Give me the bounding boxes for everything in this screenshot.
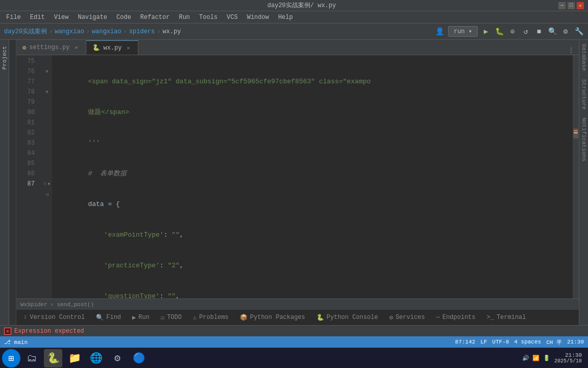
- code-line-75: <span data_sign="jz1" data_subsign="5cf5…: [52, 77, 573, 87]
- run-icon: ▶: [132, 314, 136, 321]
- start-button[interactable]: ⊞: [2, 349, 20, 367]
- window-title: day20实战案例/ wx.py: [45, 1, 558, 10]
- run-button[interactable]: run ▾: [448, 26, 478, 37]
- tab-python-console[interactable]: 🐍 Python Console: [311, 311, 383, 324]
- reload-icon[interactable]: ↺: [521, 27, 531, 37]
- menu-refactor[interactable]: Refactor: [136, 13, 174, 22]
- close-button[interactable]: ✕: [577, 2, 584, 9]
- taskbar-file-explorer[interactable]: 🗂: [22, 349, 41, 367]
- breadcrumb-wangxiao1[interactable]: wangxiao: [55, 28, 84, 35]
- menu-code[interactable]: Code: [112, 13, 135, 22]
- menu-edit[interactable]: Edit: [26, 13, 49, 22]
- error-icon: ✕: [4, 328, 11, 335]
- menu-run[interactable]: Run: [175, 13, 194, 22]
- gutter-84: [42, 148, 52, 158]
- code-line-77: # 表单数据: [52, 169, 573, 179]
- tab-settings-icon: ⚙: [22, 44, 26, 52]
- linenum-87: 87: [16, 179, 38, 189]
- title-bar: day20实战案例/ wx.py — □ ✕: [0, 0, 588, 11]
- tab-find[interactable]: 🔍 Find: [91, 311, 126, 324]
- search-icon[interactable]: 🔍: [547, 27, 557, 37]
- main-area: Project ⚙ settings.py ✕ 🐍 wx.py ✕ ⓪ 1 △ …: [0, 40, 588, 325]
- gutter-76[interactable]: ▼: [42, 66, 52, 77]
- tab-services[interactable]: ⚙ Services: [384, 311, 430, 324]
- run-play-icon[interactable]: ▶: [481, 27, 491, 37]
- settings-icon[interactable]: ⚙: [560, 27, 571, 37]
- code-content[interactable]: <span data_sign="jz1" data_subsign="5cf5…: [52, 55, 573, 298]
- line-numbers: 75 76 77 78 79 80 81 82 83 84 85 86 87: [16, 55, 42, 298]
- code-editor[interactable]: 75 76 77 78 79 80 81 82 83 84 85 86 87 ▼: [16, 55, 579, 298]
- tab-python-packages[interactable]: 📦 Python Packages: [235, 311, 310, 324]
- code-line-78: data = {: [52, 199, 573, 210]
- tab-more[interactable]: ⋮: [564, 46, 579, 55]
- database-tab[interactable]: Database: [580, 40, 588, 75]
- stop-icon[interactable]: ■: [534, 27, 544, 37]
- scrollbar[interactable]: [573, 55, 579, 298]
- tab-problems[interactable]: ⚠ Problems: [188, 311, 234, 324]
- tab-terminal[interactable]: >_ Terminal: [482, 311, 531, 324]
- breadcrumb-spiders[interactable]: spiders: [129, 28, 155, 35]
- menu-help[interactable]: Help: [274, 13, 297, 22]
- taskbar-chrome[interactable]: 🌐: [87, 349, 105, 367]
- error-message: Expression expected: [14, 328, 84, 335]
- tray-icons: 🔊 📶 🔋: [522, 355, 550, 361]
- tab-python-packages-label: Python Packages: [250, 314, 305, 321]
- terminal-icon: >_: [487, 314, 494, 321]
- minimize-button[interactable]: —: [558, 2, 566, 9]
- breadcrumb-wangxiao2[interactable]: wangxiao: [92, 28, 121, 35]
- vcs-icon[interactable]: 👤: [435, 27, 445, 37]
- tab-settings-close[interactable]: ✕: [72, 44, 80, 51]
- git-branch[interactable]: ⎇ main: [4, 339, 28, 346]
- editor-area: ⚙ settings.py ✕ 🐍 wx.py ✕ ⓪ 1 △ 1 ✓ 26 ↑…: [16, 40, 579, 325]
- maximize-button[interactable]: □: [568, 2, 575, 9]
- indent[interactable]: 4 spaces: [514, 339, 541, 345]
- breadcrumb: day20实战案例 › wangxiao › wangxiao › spider…: [4, 27, 432, 36]
- linenum-85: 85: [16, 158, 38, 169]
- tab-endpoints[interactable]: ↔ Endpoints: [431, 311, 480, 324]
- toolbar: day20实战案例 › wangxiao › wangxiao › spider…: [0, 24, 588, 40]
- linenum-77: 77: [16, 77, 38, 87]
- menu-bar: File Edit View Navigate Code Refactor Ru…: [0, 11, 588, 24]
- menu-file[interactable]: File: [2, 13, 25, 22]
- taskbar-app-blue[interactable]: 🔵: [130, 349, 148, 367]
- menu-navigate[interactable]: Navigate: [74, 13, 111, 22]
- tab-version-control[interactable]: ↕ Version Control: [18, 311, 90, 324]
- gutter-78[interactable]: ▼: [42, 87, 52, 97]
- status-bar: ⎇ main 87:142 LF UTF-8 4 spaces CH 半 21:…: [0, 336, 588, 348]
- taskbar-settings[interactable]: ⚙: [108, 349, 127, 367]
- linenum-86: 86: [16, 169, 38, 179]
- taskbar-folder[interactable]: 📁: [65, 349, 84, 367]
- menu-tools[interactable]: Tools: [195, 13, 222, 22]
- coverage-icon[interactable]: ⊙: [507, 27, 518, 37]
- tab-run[interactable]: ▶ Run: [127, 311, 155, 324]
- taskbar-pycharm[interactable]: 🐍: [44, 349, 62, 367]
- gutter: ▼ ▼ ○ ⚡ ◁: [42, 55, 52, 298]
- tab-settings[interactable]: ⚙ settings.py ✕: [16, 40, 86, 55]
- line-ending: LF: [480, 339, 487, 345]
- notifications-tab[interactable]: Notifications: [580, 113, 588, 166]
- linenum-88: [16, 189, 38, 199]
- debug-icon[interactable]: 🐛: [494, 27, 504, 37]
- breadcrumb-wxpy[interactable]: wx.py: [162, 28, 181, 35]
- tab-todo[interactable]: ☑ TODO: [156, 311, 187, 324]
- menu-view[interactable]: View: [50, 13, 73, 22]
- breadcrumb-project[interactable]: day20实战案例: [4, 27, 47, 36]
- tab-settings-label: settings.py: [29, 44, 69, 51]
- linenum-79: 79: [16, 97, 38, 107]
- gutter-86: [42, 169, 52, 179]
- gutter-75: [42, 56, 52, 66]
- fold-78-icon: ▼: [45, 89, 48, 95]
- project-panel-tab[interactable]: Project: [1, 42, 9, 74]
- encoding[interactable]: UTF-8: [492, 339, 509, 345]
- system-tray: 🔊 📶 🔋 21:30 2025/5/18: [522, 352, 586, 364]
- cursor-position[interactable]: 87:142: [455, 339, 476, 345]
- menu-vcs[interactable]: VCS: [223, 13, 242, 22]
- tab-wxpy-close[interactable]: ✕: [125, 44, 132, 52]
- menu-window[interactable]: Window: [243, 13, 273, 22]
- structure-tab[interactable]: Structure: [580, 75, 588, 113]
- tools-icon[interactable]: 🔧: [574, 27, 584, 37]
- tab-problems-label: Problems: [199, 314, 229, 321]
- tab-run-label: Run: [138, 314, 150, 321]
- tab-wxpy[interactable]: 🐍 wx.py ✕: [86, 40, 138, 55]
- linenum-83: 83: [16, 138, 38, 148]
